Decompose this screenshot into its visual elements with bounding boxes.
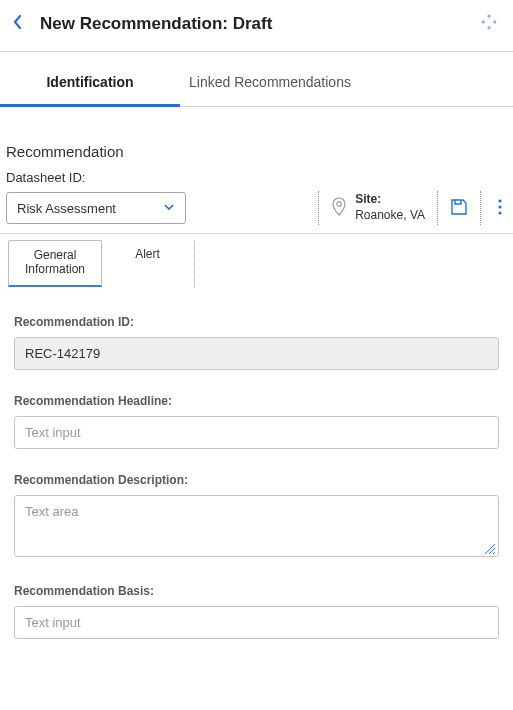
recommendation-id-field <box>14 337 499 370</box>
site-value: Roanoke, VA <box>355 208 425 224</box>
expand-icon[interactable] <box>477 10 501 37</box>
svg-point-1 <box>498 199 501 202</box>
recommendation-description-label: Recommendation Description: <box>14 473 499 487</box>
site-label: Site: <box>355 192 425 208</box>
recommendation-basis-field[interactable] <box>14 606 499 639</box>
recommendation-headline-label: Recommendation Headline: <box>14 394 499 408</box>
recommendation-description-field[interactable] <box>14 495 499 557</box>
recommendation-headline-field[interactable] <box>14 416 499 449</box>
datasheet-select-value: Risk Assessment <box>17 201 163 216</box>
recommendation-basis-label: Recommendation Basis: <box>14 584 499 598</box>
subtab-general-information[interactable]: General Information <box>8 240 102 287</box>
chevron-down-icon <box>163 201 175 216</box>
location-pin-icon <box>331 197 347 220</box>
page-title: New Recommendation: Draft <box>40 14 477 34</box>
svg-point-2 <box>498 205 501 208</box>
svg-point-3 <box>498 211 501 214</box>
recommendation-id-label: Recommendation ID: <box>14 315 499 329</box>
site-block: Site: Roanoke, VA <box>331 192 425 223</box>
section-title: Recommendation <box>0 107 513 170</box>
save-icon[interactable] <box>450 198 468 219</box>
primary-tabs: Identification Linked Recommendations <box>0 60 513 107</box>
svg-point-0 <box>337 201 342 206</box>
more-vertical-icon[interactable] <box>493 198 507 219</box>
datasheet-id-label: Datasheet ID: <box>0 170 513 191</box>
sub-tabs: General Information Alert <box>8 240 513 287</box>
tab-linked-recommendations[interactable]: Linked Recommendations <box>180 60 360 106</box>
subtab-alert[interactable]: Alert <box>101 240 195 287</box>
datasheet-select[interactable]: Risk Assessment <box>6 192 186 224</box>
back-icon[interactable] <box>12 14 24 33</box>
tab-identification[interactable]: Identification <box>0 60 180 107</box>
